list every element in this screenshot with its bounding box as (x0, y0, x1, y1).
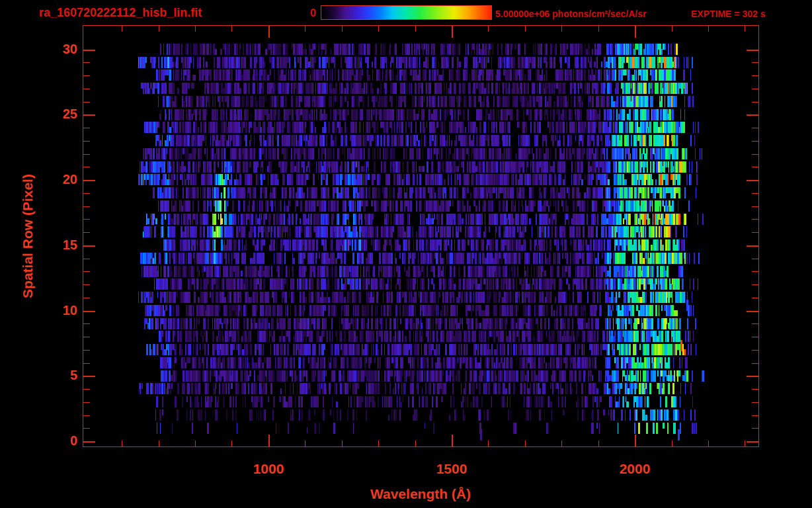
tick-mark (752, 167, 758, 167)
y-tick-label: 10 (39, 303, 77, 318)
tick-mark (745, 441, 745, 446)
tick-mark (752, 298, 758, 298)
tick-mark (752, 128, 758, 128)
tick-mark (122, 26, 122, 32)
tick-mark (415, 441, 416, 446)
tick-mark (83, 402, 90, 403)
tick-mark (83, 389, 90, 390)
tick-mark (752, 193, 758, 194)
file-title: ra_160720222112_hisb_lin.fit (39, 6, 202, 20)
tick-mark (752, 402, 758, 403)
tick-mark (305, 26, 305, 32)
tick-mark (268, 435, 270, 446)
tick-mark (83, 245, 95, 247)
tick-mark (83, 415, 90, 416)
tick-mark (415, 26, 416, 32)
tick-mark (83, 311, 95, 312)
tick-mark (83, 284, 90, 285)
tick-mark (195, 441, 196, 446)
tick-mark (752, 154, 758, 155)
spectral-viewer-window: ra_160720222112_hisb_lin.fit 0 5.00000e+… (0, 0, 812, 508)
tick-mark (635, 435, 636, 446)
tick-mark (83, 323, 90, 324)
tick-mark (305, 441, 305, 446)
tick-mark (752, 232, 758, 233)
tick-mark (122, 441, 122, 446)
tick-mark (752, 259, 758, 259)
tick-mark (83, 167, 90, 167)
tick-mark (83, 114, 95, 116)
tick-mark (752, 428, 758, 429)
tick-mark (83, 62, 90, 63)
tick-mark (83, 102, 90, 103)
tick-mark (83, 298, 90, 298)
tick-mark (83, 219, 90, 220)
x-axis-title: Wavelength (Å) (321, 486, 520, 502)
tick-mark (752, 415, 758, 416)
tick-mark (561, 441, 562, 446)
y-tick-label: 15 (39, 237, 77, 253)
colorbar (321, 5, 492, 20)
tick-mark (83, 363, 90, 364)
tick-mark (598, 441, 599, 446)
tick-mark (708, 26, 709, 32)
tick-mark (83, 180, 95, 181)
tick-mark (752, 62, 758, 63)
tick-mark (452, 26, 453, 38)
tick-mark (83, 337, 90, 337)
colorbar-min-label: 0 (294, 7, 316, 19)
spectrum-heatmap-canvas (83, 26, 758, 446)
x-tick-label: 2000 (595, 461, 674, 477)
tick-mark (745, 26, 745, 32)
tick-mark (598, 26, 599, 32)
tick-mark (342, 26, 343, 32)
tick-mark (83, 232, 90, 233)
tick-mark (231, 26, 232, 32)
tick-mark (378, 26, 379, 32)
tick-mark (83, 206, 90, 207)
tick-mark (747, 311, 758, 312)
tick-mark (268, 26, 270, 38)
tick-mark (83, 259, 90, 259)
tick-mark (752, 350, 758, 351)
tick-mark (83, 154, 90, 155)
tick-mark (83, 441, 95, 443)
tick-mark (635, 26, 636, 38)
tick-mark (83, 428, 90, 429)
tick-mark (752, 323, 758, 324)
y-tick-label: 20 (39, 172, 77, 187)
tick-mark (747, 50, 758, 51)
tick-mark (672, 26, 672, 32)
tick-mark (752, 141, 758, 142)
tick-mark (752, 102, 758, 103)
tick-mark (747, 376, 758, 377)
tick-mark (83, 75, 90, 76)
tick-mark (83, 128, 90, 128)
tick-mark (752, 271, 758, 272)
tick-mark (747, 245, 758, 247)
colorbar-max-label: 5.00000e+06 photons/cm²/sec/A/sr (495, 9, 646, 19)
tick-mark (752, 337, 758, 337)
tick-mark (525, 26, 526, 32)
x-tick-label: 1000 (229, 461, 308, 477)
tick-mark (488, 26, 489, 32)
tick-mark (752, 389, 758, 390)
tick-mark (752, 284, 758, 285)
tick-mark (752, 363, 758, 364)
tick-mark (83, 193, 90, 194)
tick-mark (83, 50, 95, 51)
tick-mark (83, 271, 90, 272)
tick-mark (561, 26, 562, 32)
tick-mark (752, 89, 758, 89)
tick-mark (708, 441, 709, 446)
tick-mark (83, 141, 90, 142)
y-tick-label: 0 (39, 433, 77, 448)
tick-mark (378, 441, 379, 446)
y-tick-label: 30 (39, 42, 77, 57)
tick-mark (159, 26, 159, 32)
tick-mark (752, 75, 758, 76)
y-tick-label: 25 (39, 106, 77, 122)
tick-mark (83, 350, 90, 351)
tick-mark (452, 435, 453, 446)
tick-mark (83, 376, 95, 377)
